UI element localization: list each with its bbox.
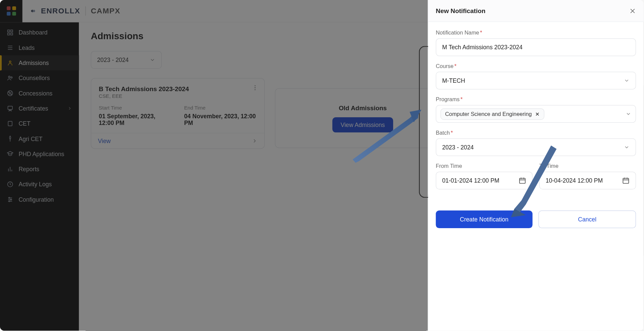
course-select[interactable]: M-TECH: [436, 72, 636, 89]
program-chip-label: Computer Science and Engineering: [445, 111, 532, 117]
close-icon[interactable]: [629, 7, 636, 14]
batch-label: Batch*: [436, 130, 636, 136]
cancel-button[interactable]: Cancel: [538, 210, 636, 228]
notification-name-label: Notification Name*: [436, 29, 636, 36]
create-notification-button[interactable]: Create Notification: [436, 210, 532, 228]
to-time-input[interactable]: 10-04-2024 12:00 PM: [539, 172, 636, 189]
batch-select[interactable]: 2023 - 2024: [436, 138, 636, 156]
chevron-down-icon: [626, 111, 632, 117]
calendar-icon: [519, 177, 526, 185]
chip-remove-icon[interactable]: [535, 112, 540, 116]
svg-rect-34: [520, 178, 525, 183]
course-label: Course*: [436, 63, 636, 69]
course-value: M-TECH: [442, 77, 465, 84]
chevron-down-icon: [624, 144, 630, 150]
to-time-value: 10-04-2024 12:00 PM: [546, 177, 603, 184]
new-notification-drawer: New Notification Notification Name* Cour…: [428, 0, 643, 331]
to-time-label: To Time: [539, 163, 636, 169]
from-time-input[interactable]: 01-01-2024 12:00 PM: [436, 172, 532, 189]
drawer-title: New Notification: [436, 7, 485, 14]
programs-label: Programs*: [436, 96, 636, 103]
notification-name-text[interactable]: [442, 44, 630, 51]
calendar-icon: [622, 177, 630, 185]
batch-value: 2023 - 2024: [442, 144, 474, 150]
from-time-value: 01-01-2024 12:00 PM: [442, 177, 499, 184]
from-time-label: From Time: [436, 163, 532, 169]
program-chip: Computer Science and Engineering: [440, 108, 544, 120]
chevron-down-icon: [624, 78, 630, 84]
svg-rect-38: [623, 178, 629, 183]
programs-select[interactable]: Computer Science and Engineering: [436, 105, 636, 123]
annotation-bracket: [419, 46, 428, 198]
notification-name-input[interactable]: [436, 39, 636, 56]
